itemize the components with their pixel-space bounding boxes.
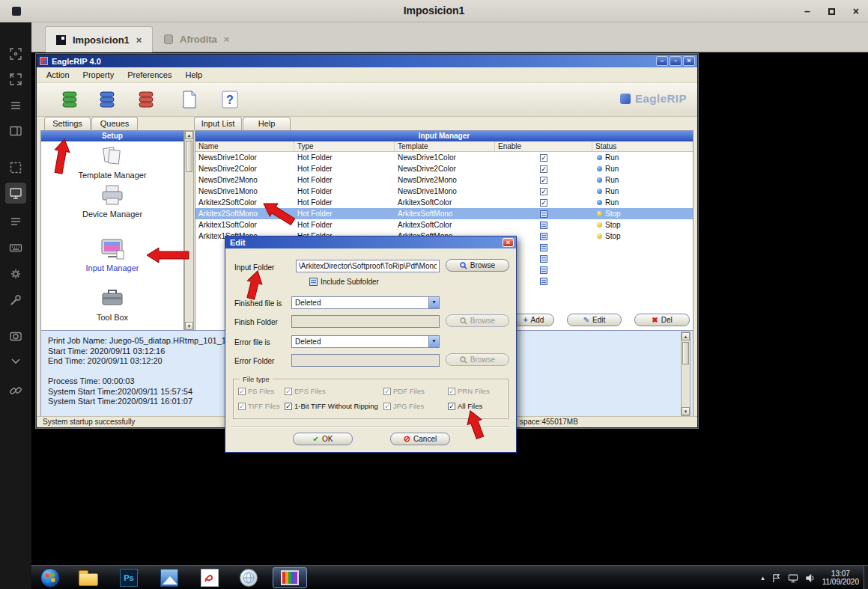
chevron-down-icon[interactable]: ▾	[428, 297, 439, 308]
checkbox-tiff-files[interactable]: TIFF Files	[238, 402, 280, 410]
record-icon[interactable]	[5, 326, 26, 347]
maximize-button[interactable]: ▫	[670, 56, 682, 66]
enable-checkbox[interactable]	[495, 208, 592, 219]
enable-checkbox[interactable]	[495, 186, 592, 197]
column-enable[interactable]: Enable	[495, 141, 592, 151]
input-folder-field[interactable]	[296, 260, 440, 272]
menu-property[interactable]: Property	[76, 69, 121, 81]
column-status[interactable]: Status	[592, 141, 694, 151]
column-type[interactable]: Type	[294, 141, 395, 151]
checkbox-pdf-files[interactable]: PDF Files	[383, 387, 425, 395]
document-icon[interactable]	[179, 89, 200, 110]
minimize-button[interactable]: –	[804, 5, 810, 17]
setup-item-input-manager[interactable]: Input Manager	[41, 237, 183, 272]
enable-checkbox[interactable]	[495, 197, 592, 208]
checkbox-prn-files[interactable]: PRN Files	[448, 387, 490, 395]
enable-checkbox[interactable]	[495, 152, 592, 163]
table-row-selected[interactable]: Arkitex2SoftMono Hot Folder ArkitexSoftM…	[195, 208, 693, 219]
ok-button[interactable]: ✔ OK	[293, 433, 353, 445]
setup-item-template-manager[interactable]: Template Manager	[41, 144, 183, 180]
explorer-taskbar-button[interactable]	[73, 567, 103, 588]
eaglerip-titlebar[interactable]: EagleRIP 4.0 – ▫ ×	[37, 55, 697, 67]
scroll-thumb[interactable]	[186, 141, 192, 172]
tab-queues[interactable]: Queues	[91, 117, 138, 130]
table-row[interactable]: Arkitex1SoftColor Hot Folder ArkitexSoft…	[195, 219, 693, 231]
eaglerip-taskbar-button[interactable]	[273, 567, 307, 588]
tab-input-list[interactable]: Input List	[194, 117, 242, 130]
close-icon[interactable]: ×	[503, 238, 514, 247]
table-row[interactable]: NewsDrive1Color Hot Folder NewsDrive1Col…	[195, 152, 693, 163]
job-scrollbar[interactable]: ▲ ▼	[681, 332, 691, 416]
dialog-titlebar[interactable]: Edit ×	[225, 236, 516, 248]
window-panel-icon[interactable]	[5, 120, 26, 141]
photoshop-taskbar-button[interactable]: Ps	[114, 567, 144, 588]
tab-close-icon[interactable]: ×	[136, 34, 142, 46]
scroll-up-icon[interactable]: ▲	[185, 131, 193, 139]
menu-icon[interactable]	[5, 95, 26, 116]
add-button[interactable]: + Add	[513, 314, 554, 326]
include-subfolder-checkbox[interactable]: Include Subfolder	[309, 278, 379, 286]
cancel-button[interactable]: ⊘ Cancel	[390, 433, 450, 445]
scroll-up-icon[interactable]: ▲	[682, 332, 690, 341]
table-row[interactable]: NewsDrive1Mono Hot Folder NewsDrive1Mono…	[195, 186, 693, 197]
start-button[interactable]	[40, 568, 60, 588]
selection-icon[interactable]	[5, 157, 26, 178]
close-button[interactable]: ×	[683, 56, 695, 66]
focus-icon[interactable]	[5, 43, 26, 64]
table-row[interactable]: NewsDrive2Mono Hot Folder NewsDrive2Mono…	[195, 174, 693, 186]
chevron-down-icon[interactable]: ▾	[428, 336, 439, 347]
start-input-icon[interactable]	[59, 89, 80, 110]
tab-afrodita[interactable]: Afrodita ×	[154, 26, 240, 52]
del-button[interactable]: ✖ Del	[634, 314, 690, 326]
checkbox-all-files[interactable]: All Files	[448, 402, 482, 410]
browser-taskbar-button[interactable]	[234, 567, 264, 588]
error-file-select[interactable]: Deleted ▾	[291, 335, 440, 348]
column-template[interactable]: Template	[395, 141, 495, 151]
table-row[interactable]: Arkitex2SoftColor Hot Folder ArkitexSoft…	[195, 197, 693, 208]
menu-help[interactable]: Help	[178, 69, 209, 81]
scroll-down-icon[interactable]: ▼	[185, 322, 193, 330]
table-row[interactable]: NewsDrive2Color Hot Folder NewsDrive2Col…	[195, 163, 693, 174]
menu-preferences[interactable]: Preferences	[121, 69, 178, 81]
enable-checkbox[interactable]	[495, 174, 592, 186]
checkbox-eps-files[interactable]: EPS Files	[285, 387, 326, 395]
error-folder-field[interactable]	[291, 354, 440, 367]
display-icon[interactable]	[5, 183, 26, 204]
enable-checkbox[interactable]	[495, 219, 592, 231]
close-button[interactable]: ×	[853, 5, 859, 17]
menu-action[interactable]: Action	[40, 69, 76, 81]
photo-viewer-taskbar-button[interactable]	[154, 567, 184, 588]
flag-icon[interactable]	[771, 573, 781, 583]
scroll-thumb[interactable]	[682, 342, 689, 364]
network-display-icon[interactable]	[788, 573, 798, 583]
finish-folder-field[interactable]	[291, 315, 440, 328]
setup-item-tool-box[interactable]: Tool Box	[41, 285, 183, 322]
taskbar-clock[interactable]: 13:07 11/09/2020	[822, 570, 859, 586]
setup-scrollbar[interactable]: ▲ ▼	[184, 130, 194, 331]
stop-input-icon[interactable]	[136, 89, 157, 110]
setup-item-device-manager[interactable]: Device Manager	[41, 182, 183, 219]
tab-help[interactable]: Help	[243, 117, 291, 130]
tab-close-icon[interactable]: ×	[224, 34, 230, 45]
checkbox-1bit-tiff[interactable]: 1-Bit TIFF Without Ripping	[285, 402, 378, 410]
restore-button[interactable]	[828, 8, 835, 15]
gear-icon[interactable]	[5, 263, 26, 284]
scroll-down-icon[interactable]: ▼	[682, 407, 690, 415]
link-icon[interactable]	[5, 380, 26, 401]
checkbox-jpg-files[interactable]: JPG Files	[383, 402, 424, 410]
acrobat-taskbar-button[interactable]	[195, 567, 225, 588]
enable-input-icon[interactable]	[97, 89, 118, 110]
wrench-icon[interactable]	[5, 290, 26, 311]
minimize-button[interactable]: –	[656, 56, 668, 66]
help-icon[interactable]: ?	[219, 89, 240, 110]
chevron-down-icon[interactable]	[5, 350, 26, 371]
tray-expand-icon[interactable]: ▴	[761, 574, 765, 582]
list-icon[interactable]	[5, 211, 26, 232]
edit-button[interactable]: ✎ Edit	[567, 314, 622, 326]
checkbox-ps-files[interactable]: PS Files	[238, 387, 274, 395]
tab-settings[interactable]: Settings	[44, 117, 91, 130]
fullscreen-icon[interactable]	[5, 69, 26, 90]
enable-checkbox[interactable]	[495, 163, 592, 174]
column-name[interactable]: Name	[195, 141, 294, 151]
tab-imposicion1[interactable]: Imposicion1 ×	[45, 26, 153, 52]
